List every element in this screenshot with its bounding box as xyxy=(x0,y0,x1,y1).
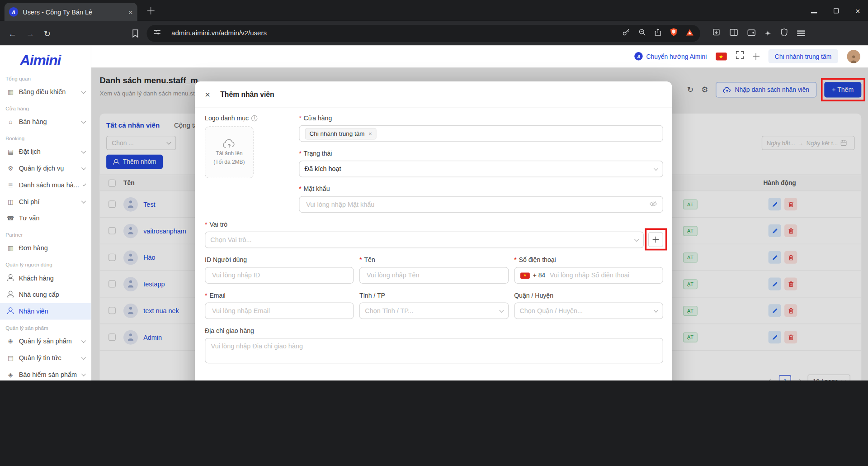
fullscreen-icon[interactable] xyxy=(736,51,744,62)
url-text[interactable]: admin.aimini.vn/admin/v2/users xyxy=(171,29,613,37)
phone-input[interactable] xyxy=(548,271,657,280)
minimize-button[interactable] xyxy=(811,5,817,15)
password-key-icon[interactable] xyxy=(622,28,630,38)
chevron-down-icon xyxy=(499,308,504,313)
leo-ai-icon[interactable] xyxy=(765,30,771,36)
sidebar-item-booking[interactable]: ▤ Đặt lịch xyxy=(0,143,91,160)
chevron-down-icon xyxy=(81,119,86,124)
sidebar-item-sales[interactable]: ⌂ Bán hàng xyxy=(0,114,91,130)
tab-close-icon[interactable] xyxy=(128,8,133,17)
add-role-button[interactable] xyxy=(648,232,663,247)
nav-section-partner: Partner xyxy=(0,227,91,240)
sidebar-item-dashboard[interactable]: ▦ Bảng điều khiển xyxy=(0,84,91,100)
chevron-down-icon xyxy=(81,166,86,170)
sidebar-item-consulting[interactable]: ☎ Tư vấn xyxy=(0,210,91,227)
site-favicon: A xyxy=(9,7,19,17)
aimini-badge-icon: A xyxy=(635,52,643,60)
modal-close-icon[interactable] xyxy=(205,89,210,100)
back-icon[interactable]: ← xyxy=(8,29,16,37)
expense-icon: ◫ xyxy=(7,198,14,205)
supplier-icon xyxy=(7,291,14,299)
zoom-icon[interactable] xyxy=(638,28,646,38)
modal-title: Thêm nhân viên xyxy=(220,90,274,99)
vpn-shield-icon[interactable] xyxy=(780,28,788,38)
province-label: Tỉnh / TP xyxy=(359,291,509,299)
sidebar-item-products[interactable]: ⊕ Quản lý sản phẩm xyxy=(0,333,91,350)
sidebar-item-purchases[interactable]: ≣ Danh sách mua hà... xyxy=(0,177,91,194)
store-tag[interactable]: Chi nhánh trung tâm xyxy=(305,128,377,139)
chevron-down-icon xyxy=(81,89,86,94)
app-header: A Chuyển hướng Aimini Chi nhánh trung tâ… xyxy=(91,45,868,67)
remove-tag-icon[interactable] xyxy=(368,130,372,137)
password-field-wrap xyxy=(299,196,663,213)
close-window-button[interactable] xyxy=(855,6,860,15)
nav-section-users: Quản lý người dùng xyxy=(0,257,91,270)
sidebar-item-news[interactable]: ▤ Quản lý tin tức xyxy=(0,350,91,366)
chevron-down-icon xyxy=(81,149,86,153)
add-icon[interactable] xyxy=(753,53,760,60)
sidebar-item-customers[interactable]: Khách hàng xyxy=(0,270,91,286)
role-select[interactable]: Chọn Vai trò... xyxy=(205,232,644,248)
user-id-input[interactable] xyxy=(211,271,348,280)
browser-tab[interactable]: A Users - Công Ty Bán Lẻ xyxy=(5,3,137,21)
logo-upload-box[interactable]: Tải ảnh lên (Tối đa 2MB) xyxy=(205,126,254,178)
download-box-icon[interactable] xyxy=(712,28,720,38)
password-label: Mật khẩu xyxy=(299,185,663,193)
password-input[interactable] xyxy=(305,200,646,209)
nav-section-products: Quản lý sản phẩm xyxy=(0,320,91,333)
sidebar-item-insurance[interactable]: ◈ Bảo hiểm sản phẩm xyxy=(0,366,91,380)
sidebar-item-orders[interactable]: ▥ Đơn hàng xyxy=(0,240,91,257)
maximize-button[interactable] xyxy=(834,5,839,15)
chevron-down-icon xyxy=(81,355,86,360)
split-view-icon[interactable] xyxy=(729,28,737,38)
name-label: Tên xyxy=(359,256,509,264)
share-icon[interactable] xyxy=(654,28,661,38)
browser-menu-icon[interactable] xyxy=(797,30,805,36)
address-textarea[interactable] xyxy=(205,338,663,363)
brave-rewards-icon[interactable] xyxy=(686,28,693,38)
district-label: Quận / Huyện xyxy=(514,291,663,299)
user-avatar[interactable] xyxy=(847,50,860,63)
address-bar[interactable]: admin.aimini.vn/admin/v2/users xyxy=(146,24,700,42)
language-flag-icon[interactable] xyxy=(716,52,726,60)
window-controls xyxy=(811,0,860,21)
sidebar-nav: Tổng quan ▦ Bảng điều khiển Cửa hàng ⌂ B… xyxy=(0,71,91,380)
user-id-label: ID Người dùng xyxy=(205,256,354,264)
nav-section-overview: Tổng quan xyxy=(0,71,91,84)
email-label: Email xyxy=(205,291,354,299)
redirect-aimini-link[interactable]: A Chuyển hướng Aimini xyxy=(635,52,707,60)
wallet-icon[interactable] xyxy=(747,28,755,38)
brave-shield-icon[interactable] xyxy=(670,28,677,38)
reload-icon[interactable]: ↻ xyxy=(44,29,51,37)
role-label: Vai trò xyxy=(205,220,663,228)
nav-section-store: Cửa hàng xyxy=(0,100,91,114)
status-label: Trạng thái xyxy=(299,150,663,157)
chevron-down-icon xyxy=(634,237,639,242)
forward-icon[interactable]: → xyxy=(26,29,34,37)
shop-icon: ⌂ xyxy=(7,119,14,125)
status-select[interactable]: Đã kích hoạt xyxy=(299,161,663,177)
info-icon xyxy=(251,115,257,121)
bookmark-icon[interactable] xyxy=(132,29,139,37)
sidebar-item-services[interactable]: ⚙ Quản lý dịch vụ xyxy=(0,160,91,177)
cloud-upload-icon xyxy=(222,139,236,148)
new-tab-button[interactable] xyxy=(147,7,155,14)
eye-slash-icon[interactable] xyxy=(649,200,657,209)
chevron-down-icon xyxy=(654,166,658,171)
calendar-icon: ▤ xyxy=(7,148,14,156)
branch-selector-button[interactable]: Chi nhánh trung tâm xyxy=(768,49,838,63)
store-input[interactable]: Chi nhánh trung tâm xyxy=(299,125,663,142)
email-input[interactable] xyxy=(211,306,348,315)
province-select[interactable]: Chọn Tỉnh / TP... xyxy=(359,303,509,319)
name-input[interactable] xyxy=(366,271,503,280)
service-icon: ⚙ xyxy=(7,165,14,172)
sidebar-item-suppliers[interactable]: Nhà cung cấp xyxy=(0,286,91,303)
browser-titlebar: A Users - Công Ty Bán Lẻ xyxy=(0,0,868,21)
district-select[interactable]: Chọn Quận / Huyện... xyxy=(514,303,663,319)
chevron-down-icon xyxy=(654,308,658,313)
consult-icon: ☎ xyxy=(7,214,14,222)
site-settings-icon[interactable] xyxy=(153,28,161,38)
sidebar-item-expenses[interactable]: ◫ Chi phí xyxy=(0,193,91,210)
sidebar-item-staff[interactable]: Nhân viên xyxy=(0,303,91,320)
chevron-down-icon xyxy=(83,183,86,186)
